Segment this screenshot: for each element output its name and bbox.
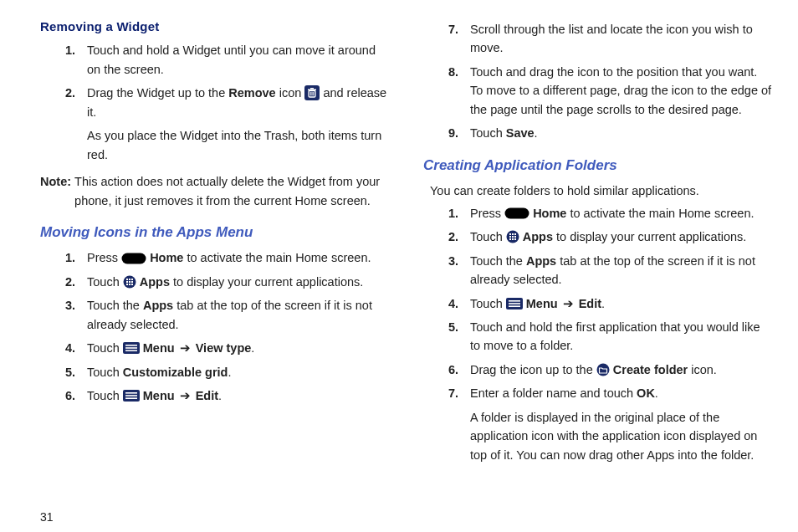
list-item: 1. Touch and hold a Widget until you can… [40, 41, 390, 79]
step-text: Press Home to activate the main Home scr… [87, 248, 390, 267]
step-text: Touch and hold the first application tha… [470, 318, 773, 356]
step-number: 6. [423, 361, 470, 379]
apps-grid-icon [123, 275, 136, 289]
svg-rect-34 [509, 238, 511, 240]
arrow-icon: ➔ [558, 297, 579, 310]
svg-rect-31 [509, 236, 511, 238]
step-text: Touch and drag the icon to the position … [470, 63, 773, 119]
manual-page: Removing a Widget 1. Touch and hold a Wi… [0, 0, 798, 532]
menu-icon [123, 342, 140, 354]
heading-removing-widget: Removing a Widget [40, 17, 390, 36]
heading-moving-icons: Moving Icons in the Apps Menu [40, 222, 390, 243]
step-text: Drag the icon up to the Create folder ic… [470, 361, 773, 379]
svg-rect-35 [512, 238, 514, 240]
svg-rect-21 [125, 350, 137, 352]
list-item: 6. Touch Menu ➔ Edit. [40, 386, 390, 405]
section-intro: You can create folders to hold similar a… [430, 182, 773, 200]
step-number: 2. [40, 84, 87, 164]
note-block: Note: This action does not actually dele… [40, 172, 390, 210]
step-number: 6. [40, 386, 87, 405]
svg-rect-36 [514, 238, 516, 240]
svg-rect-32 [512, 236, 514, 238]
list-item: 2. Touch Apps to display your current ap… [423, 228, 773, 246]
svg-rect-9 [126, 279, 128, 280]
step-number: 4. [423, 294, 470, 313]
step-number: 3. [423, 252, 470, 289]
list-item: 3. Touch the Apps tab at the top of the … [423, 252, 773, 289]
step-subtext: A folder is displayed in the original pl… [470, 408, 773, 464]
step-number: 5. [40, 363, 87, 381]
svg-rect-12 [126, 281, 128, 283]
svg-rect-23 [125, 392, 137, 394]
step-number: 1. [423, 204, 470, 223]
moving-icons-steps: 1. Press Home to activate the main Home … [40, 248, 390, 405]
svg-rect-11 [131, 279, 133, 280]
svg-rect-14 [131, 281, 133, 283]
svg-rect-33 [514, 236, 516, 238]
svg-rect-38 [509, 300, 520, 302]
removing-widget-steps: 1. Touch and hold a Widget until you can… [40, 41, 390, 164]
svg-rect-2 [308, 90, 316, 91]
svg-rect-30 [514, 233, 516, 235]
trash-icon [304, 85, 320, 100]
heading-creating-folders: Creating Application Folders [423, 155, 773, 176]
step-number: 7. [423, 384, 470, 464]
left-column: Removing a Widget 1. Touch and hold a Wi… [40, 17, 390, 507]
svg-rect-13 [129, 281, 130, 283]
step-text: Scroll through the list and locate the i… [470, 20, 773, 58]
list-item: 9. Touch Save. [423, 124, 773, 142]
step-text: Press Home to activate the main Home scr… [470, 204, 773, 223]
step-number: 1. [40, 248, 87, 267]
list-item: 4. Touch Menu ➔ View type. [40, 339, 390, 357]
home-button-icon [121, 253, 146, 264]
list-item: 2. Drag the Widget up to the Remove icon… [40, 84, 390, 164]
svg-rect-28 [509, 233, 511, 235]
list-item: 5. Touch and hold the first application … [423, 318, 773, 356]
arrow-icon: ➔ [175, 389, 196, 402]
step-number: 2. [40, 273, 87, 291]
step-text: Touch Apps to display your current appli… [87, 273, 390, 291]
step-text: Touch Save. [470, 124, 773, 142]
arrow-icon: ➔ [175, 341, 196, 355]
list-item: 1. Press Home to activate the main Home … [423, 204, 773, 223]
step-number: 5. [423, 318, 470, 356]
apps-grid-icon [506, 230, 519, 243]
list-item: 7. Scroll through the list and locate th… [423, 20, 773, 58]
step-text: Touch the Apps tab at the top of the scr… [470, 252, 773, 289]
page-number: 31 [40, 507, 773, 524]
list-item: 3. Touch the Apps tab at the top of the … [40, 296, 390, 334]
list-item: 5. Touch Customizable grid. [40, 363, 390, 381]
step-text: Touch Menu ➔ View type. [87, 339, 390, 357]
step-text: Drag the Widget up to the Remove icon an… [87, 84, 390, 164]
svg-rect-16 [129, 284, 130, 285]
list-item: 1. Press Home to activate the main Home … [40, 248, 390, 267]
list-item: 7. Enter a folder name and touch OK. A f… [423, 384, 773, 464]
svg-rect-19 [125, 345, 137, 346]
step-number: 8. [423, 63, 470, 119]
home-button-icon [504, 207, 529, 219]
menu-icon [123, 390, 140, 402]
two-column-layout: Removing a Widget 1. Touch and hold a Wi… [40, 17, 773, 507]
svg-rect-39 [509, 303, 520, 304]
svg-rect-10 [129, 279, 130, 280]
svg-rect-15 [126, 284, 128, 285]
step-text: Touch Customizable grid. [87, 363, 390, 381]
step-text: Enter a folder name and touch OK. A fold… [470, 384, 773, 464]
menu-icon [506, 298, 523, 309]
step-number: 9. [423, 124, 470, 142]
step-text: Touch Apps to display your current appli… [470, 228, 773, 246]
step-number: 2. [423, 228, 470, 246]
right-column: 7. Scroll through the list and locate th… [423, 17, 773, 507]
list-item: 2. Touch Apps to display your current ap… [40, 273, 390, 291]
svg-rect-7 [122, 253, 146, 263]
step-number: 7. [423, 20, 470, 58]
moving-icons-steps-cont: 7. Scroll through the list and locate th… [423, 20, 773, 143]
step-subtext: As you place the Widget into the Trash, … [87, 126, 390, 164]
svg-rect-26 [505, 207, 529, 218]
svg-rect-25 [125, 398, 137, 400]
svg-rect-24 [125, 396, 137, 397]
svg-rect-29 [512, 233, 514, 235]
step-number: 3. [40, 296, 87, 334]
svg-rect-17 [131, 284, 133, 285]
list-item: 6. Drag the icon up to the Create folder… [423, 361, 773, 379]
